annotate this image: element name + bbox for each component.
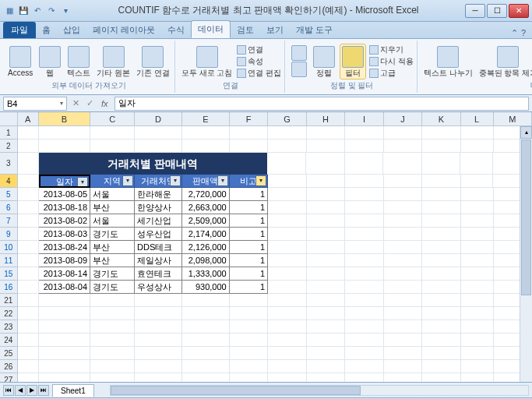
cell[interactable]	[384, 360, 422, 373]
row-header[interactable]: 6	[0, 201, 18, 214]
cell[interactable]	[461, 281, 494, 294]
cell[interactable]	[135, 126, 182, 139]
table-cell[interactable]: 제일상사	[135, 254, 182, 267]
cell[interactable]	[307, 307, 345, 320]
cell[interactable]	[307, 281, 345, 294]
cell[interactable]	[307, 360, 345, 373]
cell[interactable]	[384, 126, 422, 139]
nav-first-icon[interactable]: ⏮	[3, 385, 14, 396]
cell[interactable]	[182, 126, 230, 139]
cell[interactable]	[230, 320, 268, 334]
cell[interactable]	[268, 214, 306, 228]
cell[interactable]	[268, 320, 306, 334]
cell[interactable]	[268, 201, 306, 214]
cell[interactable]	[307, 126, 345, 139]
close-button[interactable]: ✕	[509, 4, 529, 18]
refresh-all-button[interactable]: 모두 새로 고침	[180, 44, 234, 79]
table-cell[interactable]: 2013-08-04	[39, 281, 90, 294]
cell[interactable]	[345, 334, 383, 347]
edit-links-button[interactable]: 연결 편집	[237, 68, 281, 79]
filter-dropdown-icon[interactable]: ▾	[255, 175, 266, 186]
cell[interactable]	[18, 228, 39, 241]
table-cell[interactable]: 한라해운	[135, 188, 182, 201]
cell[interactable]	[384, 254, 422, 267]
sort-button[interactable]: 정렬	[312, 44, 336, 79]
redo-icon[interactable]: ↷	[45, 5, 58, 17]
cell[interactable]	[422, 214, 460, 228]
row-header[interactable]: 23	[0, 320, 18, 334]
row-header[interactable]: 15	[0, 267, 18, 281]
cell[interactable]	[422, 188, 460, 201]
table-cell[interactable]: 2013-08-14	[39, 267, 90, 281]
table-cell[interactable]: 1	[230, 267, 268, 281]
table-cell[interactable]: 1,333,000	[182, 267, 230, 281]
row-header[interactable]: 22	[0, 307, 18, 320]
tab-pagelayout[interactable]: 페이지 레이아웃	[86, 22, 161, 38]
row-header[interactable]: 25	[0, 347, 18, 360]
cell[interactable]	[307, 294, 345, 307]
cell[interactable]	[383, 153, 422, 175]
filter-button[interactable]: 필터	[340, 44, 366, 79]
col-header-G[interactable]: G	[268, 112, 306, 125]
cell[interactable]	[230, 139, 268, 153]
fx-icon[interactable]: fx	[98, 99, 111, 108]
cell[interactable]	[307, 214, 345, 228]
cell[interactable]	[461, 188, 494, 201]
filter-dropdown-icon[interactable]: ▾	[217, 175, 228, 186]
cell[interactable]	[345, 254, 383, 267]
cell[interactable]	[268, 126, 306, 139]
cell[interactable]	[307, 175, 345, 188]
cell[interactable]	[461, 347, 494, 360]
nav-last-icon[interactable]: ⏭	[38, 385, 49, 396]
from-access-button[interactable]: Access	[6, 44, 34, 79]
table-header[interactable]: 비고▾	[230, 175, 268, 188]
cell[interactable]	[422, 254, 460, 267]
table-cell[interactable]: 930,000	[182, 281, 230, 294]
cell[interactable]	[422, 307, 460, 320]
col-header-E[interactable]: E	[182, 112, 230, 125]
cell[interactable]	[135, 320, 182, 334]
undo-icon[interactable]: ↶	[31, 5, 44, 17]
cell[interactable]	[422, 201, 460, 214]
cell[interactable]	[268, 360, 306, 373]
cell[interactable]	[135, 373, 182, 382]
col-header-I[interactable]: I	[345, 112, 383, 125]
cell[interactable]	[182, 334, 230, 347]
cell[interactable]	[18, 201, 39, 214]
cell[interactable]	[307, 320, 345, 334]
cell[interactable]	[90, 373, 135, 382]
cell[interactable]	[18, 307, 39, 320]
table-cell[interactable]: 2,126,000	[182, 241, 230, 254]
cell[interactable]	[182, 294, 230, 307]
cell[interactable]	[307, 254, 345, 267]
cell[interactable]	[230, 347, 268, 360]
tab-review[interactable]: 검토	[231, 22, 260, 38]
cell[interactable]	[18, 267, 39, 281]
cell[interactable]	[39, 307, 90, 320]
cell[interactable]	[461, 254, 494, 267]
table-header[interactable]: 거래처명▾	[135, 175, 182, 188]
cell[interactable]	[18, 334, 39, 347]
cell[interactable]	[307, 267, 345, 281]
cell[interactable]	[18, 188, 39, 201]
cell[interactable]	[268, 334, 306, 347]
tab-insert[interactable]: 삽입	[57, 22, 86, 38]
table-header[interactable]: 판매액▾	[182, 175, 230, 188]
col-header-K[interactable]: K	[422, 112, 460, 125]
nav-next-icon[interactable]: ▶	[26, 385, 37, 396]
cell[interactable]	[39, 139, 90, 153]
cancel-icon[interactable]: ✕	[70, 97, 81, 110]
cell[interactable]	[90, 360, 135, 373]
cell[interactable]	[39, 126, 90, 139]
cell[interactable]	[461, 320, 494, 334]
cell[interactable]	[18, 347, 39, 360]
cell[interactable]	[307, 347, 345, 360]
cell[interactable]	[18, 153, 39, 175]
cell[interactable]	[461, 228, 494, 241]
existing-conn-button[interactable]: 기존 연결	[135, 44, 171, 79]
cell[interactable]	[18, 139, 39, 153]
table-cell[interactable]: 부산	[90, 241, 135, 254]
cell[interactable]	[461, 294, 494, 307]
qat-dropdown-icon[interactable]: ▾	[59, 5, 72, 17]
cell[interactable]	[90, 320, 135, 334]
